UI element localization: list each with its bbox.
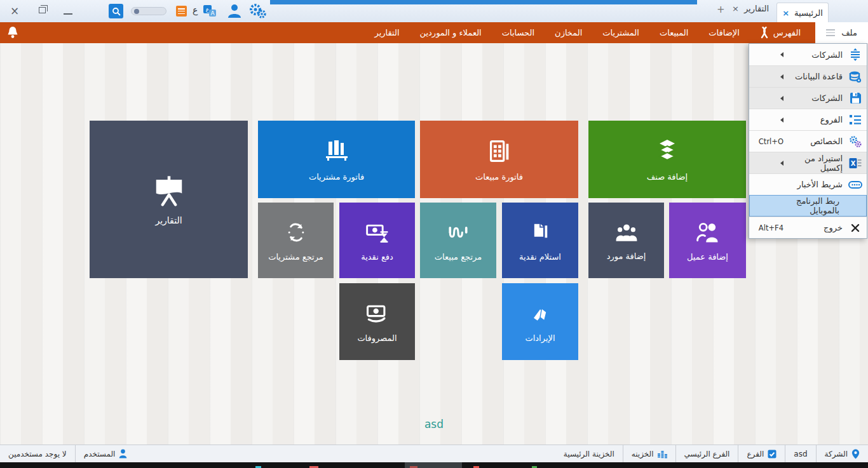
refresh-icon [283, 220, 309, 245]
money-icon [363, 301, 391, 326]
status-company-label: الشركة [825, 450, 848, 458]
menu-item-properties[interactable]: الخصائص Ctrl+O [749, 130, 867, 152]
menu-reports-label: التقارير [374, 28, 399, 37]
language-indicator[interactable]: ع [193, 5, 198, 15]
tile-sales-return[interactable]: مرتجع مبيعات [420, 203, 496, 278]
tile-label: فاتورة مشتريات [309, 172, 364, 182]
menu-accounts[interactable]: الحسابات [492, 22, 545, 43]
tab-home-close-icon[interactable]: × [782, 8, 789, 18]
settings-gears-icon[interactable] [248, 3, 266, 22]
save-icon [844, 92, 867, 104]
file-menu-dropdown: الشركات قاعدة البيانات الشركات الفروع [749, 43, 867, 239]
menu-addons[interactable]: الإضافات [698, 22, 749, 43]
cable-icon [444, 220, 472, 245]
invoice-icon [485, 137, 514, 165]
menu-item-label: الشركات [783, 50, 844, 60]
tile-label: مرتجع مبيعات [435, 252, 482, 262]
menu-items: الفهرس الإضافات المبيعات المشتريات المخا… [364, 22, 811, 43]
people-group-icon [613, 220, 641, 244]
svg-text:X: X [851, 160, 856, 167]
tile-add-supplier[interactable]: إضافة مورد [588, 203, 664, 278]
menu-shortcut: Ctrl+O [749, 137, 783, 146]
submenu-arrow-icon [780, 52, 783, 57]
user-icon[interactable] [227, 3, 241, 21]
exit-x-icon [844, 224, 867, 232]
tab-reports-label: التقارير [744, 4, 769, 13]
menu-warehouses-label: المخازن [555, 28, 582, 37]
submenu-arrow-icon [780, 96, 783, 101]
tile-label: إضافة صنف [647, 172, 688, 182]
tile-reports[interactable]: التقارير [90, 121, 248, 278]
layers-icon [652, 137, 682, 165]
submenu-arrow-icon [780, 117, 783, 123]
tile-cash-payment[interactable]: دفع نقدية [339, 203, 415, 278]
status-branch-label: الفرع [747, 450, 764, 458]
status-company[interactable]: الشركة [817, 445, 868, 462]
menu-item-exit[interactable]: خروج Alt+F4 [749, 217, 867, 238]
menu-index[interactable]: الفهرس [750, 22, 811, 43]
menu-item-label: شريط الأخبار [783, 180, 844, 189]
tile-cash-receipt[interactable]: استلام نقدية [502, 203, 578, 278]
tile-label: المصروفات [357, 333, 397, 343]
status-company-value: asd [785, 445, 815, 462]
search-icon[interactable] [109, 4, 123, 18]
news-ticker-icon [844, 180, 867, 190]
user-small-icon [119, 449, 127, 458]
menu-item-database[interactable]: قاعدة البيانات [749, 65, 867, 87]
status-treasury-value: الخزينة الرئيسية [555, 445, 623, 462]
books-icon [322, 137, 352, 165]
menu-item-branches[interactable]: الفروع [749, 109, 867, 130]
tile-purchase-invoice[interactable]: فاتورة مشتريات [258, 121, 415, 198]
menu-item-label: قاعدة البيانات [783, 72, 844, 81]
tab-reports[interactable]: × التقارير [732, 4, 769, 13]
tile-label: فاتورة مبيعات [475, 172, 523, 182]
menu-item-link-mobile[interactable]: ربط البرنامج بالموبايل [749, 195, 867, 217]
tile-revenues[interactable]: الإيرادات [502, 283, 578, 360]
status-treasury[interactable]: الخزينه [623, 445, 675, 462]
menu-item-label: الخصائص [783, 137, 844, 146]
window-minimize-button[interactable] [64, 13, 72, 15]
notification-bell-icon[interactable] [6, 25, 19, 43]
translate-icon[interactable]: عA [203, 4, 217, 20]
menu-item-companies[interactable]: الشركات [749, 44, 867, 65]
window-close-button[interactable]: × [10, 6, 19, 17]
menu-sales[interactable]: المبيعات [649, 22, 698, 43]
menu-hamburger-icon[interactable] [176, 6, 187, 17]
statusbar: الشركة asd الفرع الفرع الرئيسي الخزينه ا… [0, 445, 868, 462]
view-toggle-slider[interactable] [131, 7, 166, 15]
status-branch-value: الفرع الرئيسي [676, 445, 738, 462]
menu-warehouses[interactable]: المخازن [545, 22, 592, 43]
tile-expenses[interactable]: المصروفات [339, 283, 415, 360]
tile-label: إضافة مورد [607, 251, 646, 261]
menu-reports[interactable]: التقارير [364, 22, 409, 43]
window-restore-button[interactable] [39, 7, 46, 13]
sliders-icon [844, 48, 867, 61]
status-branch[interactable]: الفرع [738, 445, 785, 462]
tab-reports-close-icon[interactable]: × [732, 4, 739, 13]
excel-icon: X [844, 157, 867, 170]
new-tab-button[interactable]: + [717, 4, 725, 15]
panel-lines-icon [826, 29, 835, 36]
tile-label: التقارير [155, 215, 182, 225]
statusbar-right-group: الشركة asd الفرع الفرع الرئيسي الخزينه ا… [555, 445, 868, 462]
tile-label: مرتجع مشتريات [268, 252, 323, 262]
two-people-icon [693, 220, 722, 245]
tile-add-item[interactable]: إضافة صنف [588, 121, 746, 198]
tile-sales-invoice[interactable]: فاتورة مبيعات [420, 121, 578, 198]
submenu-arrow-icon [780, 161, 783, 166]
tile-purchase-return[interactable]: مرتجع مشتريات [258, 203, 334, 278]
titlebar-accent-strip [270, 0, 697, 4]
svg-text:A: A [210, 10, 215, 17]
menu-item-import-excel[interactable]: X استيراد من إكسيل [749, 152, 867, 173]
menu-clients-suppliers[interactable]: العملاء و الموردين [410, 22, 492, 43]
menu-item-companies-save[interactable]: الشركات [749, 87, 867, 109]
location-pin-icon [851, 449, 860, 459]
tile-add-client[interactable]: إضافة عميل [669, 203, 746, 278]
status-user[interactable]: المستخدم [76, 445, 136, 462]
menu-item-label: الفروع [783, 115, 844, 124]
menu-item-news-ticker[interactable]: شريط الأخبار [749, 173, 867, 195]
menu-accounts-label: الحسابات [502, 28, 534, 37]
tab-home[interactable]: × الرئيسية [776, 3, 829, 22]
menu-file[interactable]: ملف [815, 22, 868, 43]
menu-purchases[interactable]: المشتريات [592, 22, 649, 43]
